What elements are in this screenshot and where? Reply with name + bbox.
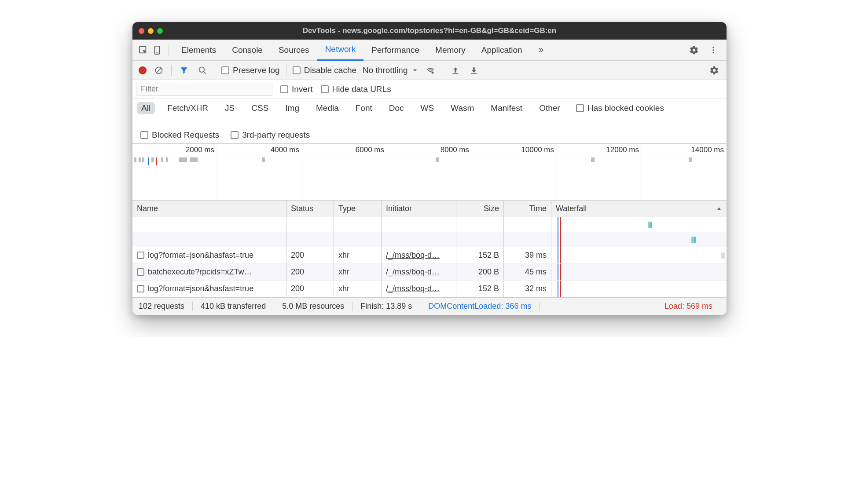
titlebar: DevTools - news.google.com/topstories?hl… — [132, 22, 727, 40]
invert-checkbox[interactable]: Invert — [280, 84, 313, 94]
inspect-icon[interactable] — [136, 43, 150, 57]
type-chip-font[interactable]: Font — [351, 102, 377, 114]
svg-point-3 — [712, 47, 714, 48]
filter-bar: Invert Hide data URLs — [132, 80, 727, 99]
record-button[interactable] — [139, 66, 147, 74]
stat-transferred: 410 kB transferred — [193, 302, 274, 311]
sort-asc-icon — [716, 206, 722, 212]
maximize-window-button[interactable] — [157, 28, 163, 34]
type-chip-js[interactable]: JS — [220, 102, 239, 114]
request-table-header: Name Status Type Initiator Size Time Wat… — [132, 201, 727, 217]
kebab-menu-icon[interactable] — [706, 43, 720, 57]
type-chip-all[interactable]: All — [137, 102, 155, 114]
panel-tabs: Elements Console Sources Network Perform… — [132, 40, 727, 61]
hide-data-urls-checkbox[interactable]: Hide data URLs — [321, 84, 391, 94]
stat-finish: Finish: 13.89 s — [352, 302, 420, 311]
type-chip-doc[interactable]: Doc — [385, 102, 408, 114]
type-chip-fetch[interactable]: Fetch/XHR — [163, 102, 213, 114]
search-icon[interactable] — [196, 64, 209, 77]
tab-network[interactable]: Network — [317, 40, 364, 61]
svg-point-4 — [712, 49, 714, 51]
tab-sources[interactable]: Sources — [271, 40, 317, 61]
devtools-window: DevTools - news.google.com/topstories?hl… — [132, 22, 727, 315]
column-status[interactable]: Status — [286, 201, 334, 217]
tab-memory[interactable]: Memory — [427, 40, 474, 61]
initiator-link[interactable]: /_/mss/boq-d… — [386, 251, 440, 260]
minimize-window-button[interactable] — [148, 28, 154, 34]
type-chip-media[interactable]: Media — [312, 102, 343, 114]
type-chip-img[interactable]: Img — [281, 102, 304, 114]
row-checkbox[interactable] — [137, 285, 144, 292]
stat-dcl: DOMContentLoaded: 366 ms — [420, 302, 540, 311]
type-chip-ws[interactable]: WS — [416, 102, 439, 114]
column-initiator[interactable]: Initiator — [382, 201, 456, 217]
table-row[interactable]: log?format=json&hasfast=true 200 xhr /_/… — [132, 281, 727, 297]
column-waterfall[interactable]: Waterfall — [551, 201, 727, 217]
has-blocked-cookies-checkbox[interactable]: Has blocked cookies — [576, 103, 664, 113]
filter-icon[interactable] — [178, 64, 190, 77]
throttling-select[interactable]: No throttling — [363, 66, 418, 75]
column-type[interactable]: Type — [334, 201, 382, 217]
close-window-button[interactable] — [139, 28, 144, 34]
type-chip-wasm[interactable]: Wasm — [446, 102, 478, 114]
settings-gear-icon[interactable] — [687, 43, 701, 57]
tab-elements[interactable]: Elements — [173, 40, 224, 61]
type-chip-css[interactable]: CSS — [247, 102, 273, 114]
download-har-icon[interactable] — [468, 64, 480, 77]
column-name[interactable]: Name — [132, 201, 286, 217]
timeline-overview[interactable]: 2000 ms 4000 ms 6000 ms 8000 ms 10000 ms… — [132, 143, 727, 201]
preserve-log-checkbox[interactable]: Preserve log — [221, 66, 280, 75]
window-title: DevTools - news.google.com/topstories?hl… — [132, 26, 727, 35]
more-tabs-icon[interactable] — [534, 43, 548, 57]
device-toggle-icon[interactable] — [150, 43, 164, 57]
stat-load: Load: 569 ms — [657, 302, 720, 311]
column-time[interactable]: Time — [504, 201, 551, 217]
chevron-down-icon — [412, 67, 418, 73]
upload-har-icon[interactable] — [449, 64, 462, 77]
svg-line-7 — [157, 68, 161, 73]
resource-type-filter: All Fetch/XHR JS CSS Img Media Font Doc … — [132, 99, 727, 143]
type-chip-manifest[interactable]: Manifest — [486, 102, 527, 114]
column-size[interactable]: Size — [456, 201, 504, 217]
row-checkbox[interactable] — [137, 268, 144, 276]
network-toolbar: Preserve log Disable cache No throttling — [132, 61, 727, 80]
request-table-body: log?format=json&hasfast=true 200 xhr /_/… — [132, 247, 727, 297]
type-chip-other[interactable]: Other — [535, 102, 565, 114]
tab-console[interactable]: Console — [224, 40, 271, 61]
stat-requests: 102 requests — [139, 302, 193, 311]
svg-point-8 — [199, 67, 205, 72]
blocked-requests-checkbox[interactable]: Blocked Requests — [140, 130, 219, 140]
network-conditions-icon[interactable] — [424, 64, 437, 77]
svg-line-9 — [204, 71, 206, 73]
network-settings-icon[interactable] — [708, 64, 720, 77]
waterfall-preview-rows — [132, 217, 727, 247]
svg-point-10 — [432, 71, 434, 73]
initiator-link[interactable]: /_/mss/boq-d… — [386, 267, 440, 277]
filter-input[interactable] — [136, 83, 272, 96]
traffic-lights — [139, 28, 163, 34]
status-bar: 102 requests 410 kB transferred 5.0 MB r… — [132, 297, 727, 315]
third-party-requests-checkbox[interactable]: 3rd-party requests — [231, 130, 310, 140]
clear-icon[interactable] — [153, 64, 165, 77]
initiator-link[interactable]: /_/mss/boq-d… — [386, 284, 440, 293]
stat-resources: 5.0 MB resources — [274, 302, 352, 311]
disable-cache-checkbox[interactable]: Disable cache — [293, 66, 356, 75]
row-checkbox[interactable] — [137, 252, 144, 259]
svg-point-5 — [712, 52, 714, 53]
tab-application[interactable]: Application — [474, 40, 530, 61]
table-row[interactable]: log?format=json&hasfast=true 200 xhr /_/… — [132, 247, 727, 264]
tab-performance[interactable]: Performance — [363, 40, 427, 61]
table-row[interactable]: batchexecute?rpcids=xZTw… 200 xhr /_/mss… — [132, 264, 727, 281]
